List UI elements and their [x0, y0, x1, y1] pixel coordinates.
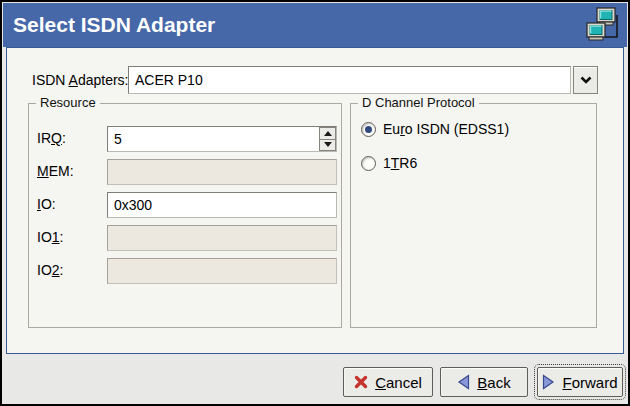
label-accel: 2 [52, 262, 60, 278]
label-text: O: [41, 196, 56, 212]
label-text: EM: [49, 163, 74, 179]
label-text: dapters: [78, 72, 129, 88]
label-text: ISDN [32, 72, 69, 88]
io2-row: IO2: [29, 258, 341, 284]
io1-field-wrap [107, 225, 337, 251]
io1-row: IO1: [29, 225, 341, 251]
cancel-button-label: Cancel [375, 374, 422, 391]
label-accel: 1 [52, 229, 60, 245]
isdn-adapters-dropdown-button[interactable] [573, 66, 598, 94]
label-accel: F [562, 374, 571, 391]
label-text: IR [37, 130, 51, 146]
io2-field-wrap [107, 258, 337, 284]
label-accel: B [477, 374, 487, 391]
irq-label: IRQ: [37, 130, 66, 146]
d-channel-protocol-group: D Channel Protocol Euro ISDN (EDSS1) 1TR… [350, 103, 597, 328]
io-row: IO: [29, 192, 341, 218]
cancel-button[interactable]: Cancel [343, 367, 433, 397]
radio-button-icon [361, 122, 376, 137]
io-field-wrap [107, 192, 337, 218]
radio-euro-isdn-label: Euro ISDN (EDSS1) [383, 121, 509, 137]
io-input[interactable] [107, 192, 337, 218]
io2-label: IO2: [37, 262, 63, 278]
d-channel-protocol-group-title: D Channel Protocol [358, 95, 479, 110]
label-text: o ISDN (EDSS1) [405, 121, 509, 137]
mem-input [107, 159, 337, 185]
mem-label: MEM: [37, 163, 74, 179]
mem-field-wrap [107, 159, 337, 185]
dialog-title: Select ISDN Adapter [3, 13, 215, 37]
radio-button-icon [361, 156, 376, 171]
io2-input [107, 258, 337, 284]
io-label: IO: [37, 196, 56, 212]
label-text: ack [487, 374, 510, 391]
label-text: ancel [386, 374, 422, 391]
irq-row: IRQ: [29, 126, 341, 152]
arrow-down-icon [324, 142, 332, 147]
label-text: orward [572, 374, 618, 391]
irq-input[interactable] [107, 126, 337, 152]
forward-arrow-icon [542, 374, 555, 390]
label-accel: C [375, 374, 386, 391]
isdn-adapters-label: ISDN Adapters: [32, 72, 129, 88]
radio-1tr6[interactable]: 1TR6 [361, 154, 417, 172]
label-text: IO [37, 262, 52, 278]
select-isdn-adapter-dialog: Select ISDN Adapter ISDN Adapters: [0, 0, 630, 406]
irq-spinner [319, 127, 336, 151]
back-button-label: Back [477, 374, 510, 391]
isdn-adapters-combobox [128, 66, 598, 94]
resource-group-title: Resource [36, 95, 100, 110]
label-text: Eu [383, 121, 400, 137]
resource-group: Resource IRQ: MEM: IO: [28, 103, 342, 328]
radio-1tr6-label: 1TR6 [383, 155, 417, 171]
cancel-x-icon [354, 375, 368, 389]
isdn-adapters-input[interactable] [128, 66, 571, 94]
io1-input [107, 225, 337, 251]
spin-down-button[interactable] [319, 140, 336, 152]
mem-row: MEM: [29, 159, 341, 185]
forward-button-label: Forward [562, 374, 617, 391]
network-computers-icon [585, 6, 621, 44]
label-text: : [60, 262, 64, 278]
label-text: R6 [399, 155, 417, 171]
radio-euro-isdn[interactable]: Euro ISDN (EDSS1) [361, 120, 509, 138]
forward-button[interactable]: Forward [537, 367, 623, 397]
label-text: IO [37, 229, 52, 245]
chevron-down-icon [580, 76, 592, 84]
label-accel: A [69, 72, 78, 88]
dialog-titlebar: Select ISDN Adapter [3, 3, 627, 47]
label-text: : [62, 130, 66, 146]
arrow-up-icon [324, 131, 332, 136]
label-text: 1 [383, 155, 391, 171]
content-frame: ISDN Adapters: Resource IRQ: [6, 47, 624, 354]
back-arrow-icon [457, 374, 470, 390]
label-accel: Q [51, 130, 62, 146]
spin-up-button[interactable] [319, 127, 336, 140]
back-button[interactable]: Back [440, 367, 528, 397]
irq-spinbutton [107, 126, 337, 152]
label-accel: M [37, 163, 49, 179]
io1-label: IO1: [37, 229, 63, 245]
label-text: : [60, 229, 64, 245]
